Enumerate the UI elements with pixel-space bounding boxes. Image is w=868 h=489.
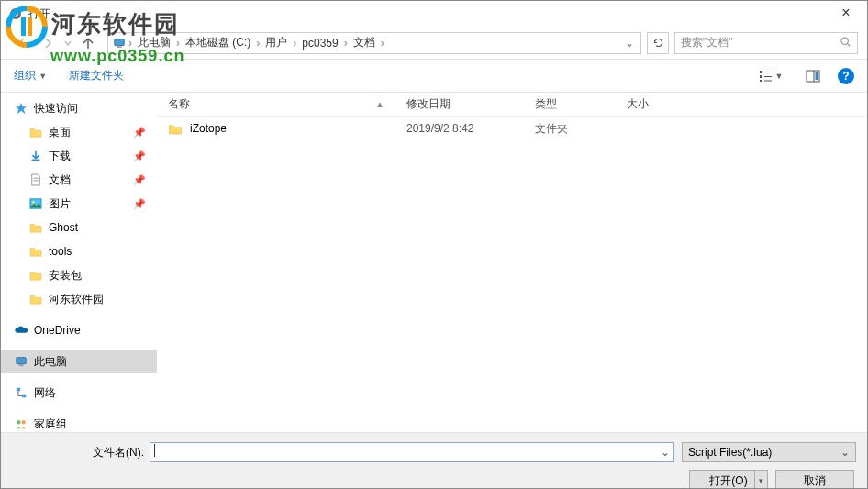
search-input[interactable]: 搜索"文档": [674, 32, 858, 54]
file-list: 名称▲ 修改日期 类型 大小 iZotope 2019/9/2 8:42 文件夹: [157, 93, 867, 432]
svg-rect-22: [17, 358, 27, 364]
svg-rect-5: [117, 46, 121, 47]
nav-forward-button[interactable]: [36, 31, 60, 55]
svg-rect-25: [22, 395, 26, 398]
chevron-down-icon: ⌄: [840, 446, 850, 459]
folder-icon: [28, 220, 43, 235]
main-area: 快速访问 桌面 📌 下载 📌 文档 📌 图片 📌 Ghost too: [1, 93, 867, 432]
nav-recent-dropdown[interactable]: [61, 31, 74, 55]
sidebar-installers[interactable]: 安装包: [1, 263, 157, 287]
svg-rect-16: [816, 72, 818, 80]
svg-line-7: [848, 43, 851, 46]
breadcrumb-item[interactable]: 本地磁盘 (C:): [182, 35, 254, 50]
sidebar-homegroup[interactable]: 家庭组: [1, 412, 157, 432]
filetype-filter[interactable]: Script Files(*.lua) ⌄: [682, 442, 856, 462]
sidebar-downloads[interactable]: 下载 📌: [1, 144, 157, 168]
chevron-down-icon[interactable]: ⌄: [661, 446, 670, 459]
file-type: 文件夹: [524, 121, 616, 137]
sidebar-network[interactable]: 网络: [1, 381, 157, 405]
svg-rect-24: [17, 388, 20, 392]
pin-icon: 📌: [133, 150, 146, 162]
folder-icon: [28, 268, 43, 283]
folder-icon: [28, 125, 43, 139]
breadcrumb[interactable]: › 此电脑 › 本地磁盘 (C:) › 用户 › pc0359 › 文档 › ⌄: [107, 32, 641, 54]
titlebar: 打开 ×: [1, 1, 867, 27]
svg-rect-10: [760, 80, 762, 82]
open-button[interactable]: 打开(O) ▾: [689, 470, 768, 489]
column-type[interactable]: 类型: [524, 93, 616, 116]
sort-indicator-icon: ▲: [375, 99, 384, 109]
cancel-button[interactable]: 取消: [775, 470, 854, 489]
column-headers: 名称▲ 修改日期 类型 大小: [157, 93, 867, 117]
picture-icon: [28, 196, 43, 211]
column-date[interactable]: 修改日期: [395, 93, 524, 116]
column-size[interactable]: 大小: [616, 93, 689, 116]
svg-rect-23: [18, 365, 23, 366]
sidebar-this-pc[interactable]: 此电脑: [1, 350, 157, 373]
folder-icon: [168, 121, 183, 136]
breadcrumb-item[interactable]: 用户: [262, 35, 291, 50]
window-title: 打开: [28, 6, 50, 22]
network-icon: [14, 385, 28, 400]
nav-back-button[interactable]: [10, 31, 34, 55]
file-name: iZotope: [190, 122, 227, 135]
breadcrumb-item[interactable]: 文档: [350, 35, 379, 50]
svg-point-6: [841, 38, 848, 44]
sidebar-hedong[interactable]: 河东软件园: [1, 287, 157, 311]
svg-point-3: [13, 11, 18, 17]
toolbar: 组织 ▼ 新建文件夹 ▼ ?: [1, 60, 867, 93]
nav-up-button[interactable]: [76, 31, 100, 55]
svg-point-27: [21, 420, 25, 424]
filename-input[interactable]: ⌄: [150, 442, 674, 462]
pin-icon: 📌: [133, 127, 146, 139]
breadcrumb-item[interactable]: 此电脑: [134, 35, 174, 50]
refresh-button[interactable]: [647, 32, 669, 54]
organize-menu[interactable]: 组织 ▼: [14, 68, 47, 83]
search-icon: [840, 36, 851, 50]
pin-icon: 📌: [133, 174, 146, 186]
download-icon: [28, 149, 43, 163]
column-name[interactable]: 名称▲: [157, 93, 395, 116]
close-button[interactable]: ×: [832, 5, 860, 21]
folder-icon: [28, 292, 43, 306]
file-date: 2019/9/2 8:42: [395, 122, 524, 135]
sidebar: 快速访问 桌面 📌 下载 📌 文档 📌 图片 📌 Ghost too: [1, 93, 157, 432]
preview-pane-button[interactable]: [796, 66, 830, 86]
sidebar-documents[interactable]: 文档 📌: [1, 168, 157, 192]
sidebar-onedrive[interactable]: OneDrive: [1, 318, 157, 342]
breadcrumb-dropdown[interactable]: ⌄: [622, 37, 637, 50]
homegroup-icon: [14, 417, 28, 431]
svg-rect-4: [115, 39, 125, 45]
app-icon: [8, 6, 23, 21]
new-folder-button[interactable]: 新建文件夹: [69, 68, 124, 83]
breadcrumb-item[interactable]: pc0359: [298, 37, 341, 50]
svg-rect-9: [760, 75, 762, 78]
view-mode-button[interactable]: ▼: [753, 66, 788, 86]
svg-point-21: [32, 201, 35, 204]
help-button[interactable]: ?: [838, 68, 854, 84]
svg-point-26: [17, 420, 20, 424]
footer: 文件名(N): ⌄ Script Files(*.lua) ⌄ 打开(O) ▾ …: [1, 432, 867, 489]
open-split-dropdown[interactable]: ▾: [754, 471, 763, 489]
sidebar-pictures[interactable]: 图片 📌: [1, 192, 157, 216]
pin-icon: 📌: [133, 198, 146, 210]
sidebar-quick-access[interactable]: 快速访问: [1, 96, 157, 120]
document-icon: [28, 172, 43, 187]
filename-label: 文件名(N):: [12, 445, 150, 461]
svg-rect-8: [760, 71, 762, 73]
sidebar-desktop[interactable]: 桌面 📌: [1, 120, 157, 144]
onedrive-icon: [14, 323, 28, 338]
navbar: › 此电脑 › 本地磁盘 (C:) › 用户 › pc0359 › 文档 › ⌄…: [1, 27, 867, 60]
folder-icon: [28, 244, 43, 259]
star-icon: [14, 101, 28, 116]
file-row[interactable]: iZotope 2019/9/2 8:42 文件夹: [157, 117, 867, 140]
sidebar-ghost[interactable]: Ghost: [1, 216, 157, 239]
search-placeholder: 搜索"文档": [681, 35, 733, 50]
pc-icon: [112, 36, 127, 50]
sidebar-tools[interactable]: tools: [1, 239, 157, 263]
pc-icon: [14, 354, 28, 369]
